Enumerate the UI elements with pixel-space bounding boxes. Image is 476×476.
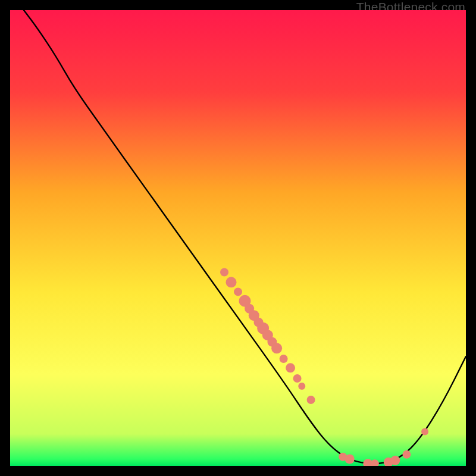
- data-dot: [293, 374, 302, 383]
- data-dot: [271, 343, 282, 353]
- data-dot: [390, 456, 400, 465]
- data-dot: [280, 355, 288, 363]
- data-dot: [298, 383, 305, 390]
- data-dot: [402, 450, 411, 459]
- data-dot: [307, 396, 315, 404]
- data-dot: [421, 428, 428, 436]
- bottleneck-chart: [10, 10, 466, 466]
- data-dot: [286, 363, 295, 372]
- data-dot: [226, 277, 237, 287]
- data-dot: [220, 268, 228, 276]
- data-dot: [345, 455, 355, 464]
- data-dot: [234, 287, 242, 296]
- gradient-background: [10, 10, 466, 466]
